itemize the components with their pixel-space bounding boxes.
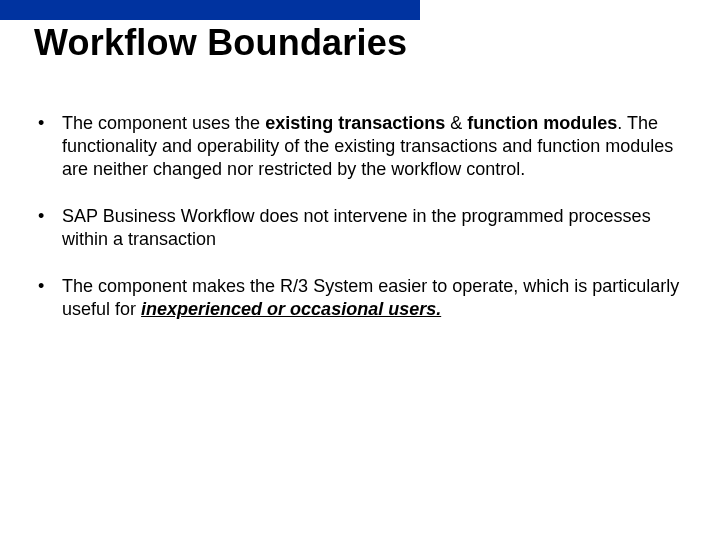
bullet-emphasis-inexperienced-users: inexperienced or occasional users.: [141, 299, 441, 319]
list-item: The component makes the R/3 System easie…: [34, 275, 684, 321]
slide-body: The component uses the existing transact…: [34, 112, 684, 345]
bullet-text: &: [445, 113, 467, 133]
header-accent-bar: [0, 0, 420, 20]
bullet-bold-function-modules: function modules: [467, 113, 617, 133]
list-item: SAP Business Workflow does not intervene…: [34, 205, 684, 251]
bullet-text: The component uses the: [62, 113, 265, 133]
bullet-text: SAP Business Workflow does not intervene…: [62, 206, 651, 249]
list-item: The component uses the existing transact…: [34, 112, 684, 181]
bullet-bold-existing-transactions: existing transactions: [265, 113, 445, 133]
slide-title: Workflow Boundaries: [34, 22, 407, 64]
bullet-list: The component uses the existing transact…: [34, 112, 684, 321]
slide: Workflow Boundaries The component uses t…: [0, 0, 720, 540]
